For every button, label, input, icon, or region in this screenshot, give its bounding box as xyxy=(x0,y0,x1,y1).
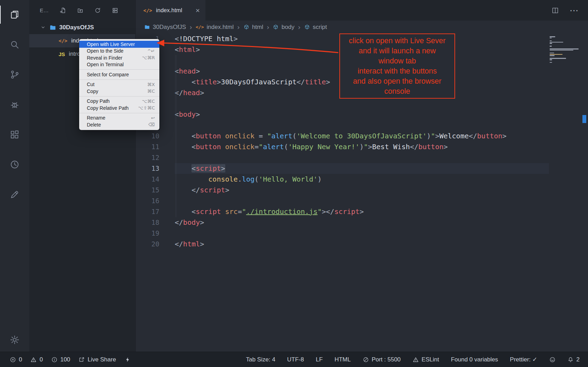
line-text xyxy=(175,228,549,239)
collapse-folders-button[interactable] xyxy=(112,7,119,14)
editor-actions: ⋯ xyxy=(551,0,579,21)
code-line-19[interactable]: 19 xyxy=(136,228,588,239)
menu-separator xyxy=(79,69,159,70)
menu-item-copy-relative-path[interactable]: Copy Relative Path⌥⇧⌘C xyxy=(79,105,159,112)
status-language-mode[interactable]: HTML xyxy=(334,356,350,363)
menu-item-open-to-the-side[interactable]: Open to the Side^↵ xyxy=(79,48,159,55)
cube-icon xyxy=(243,24,249,30)
scrollbar-decoration[interactable] xyxy=(582,115,586,123)
activity-extensions[interactable] xyxy=(0,125,29,144)
line-text: <button onclick="alert('Happy New Year!'… xyxy=(175,142,549,152)
status-warnings[interactable]: 0 xyxy=(30,356,43,363)
status-text: Port : 5500 xyxy=(372,356,401,363)
new-file-button[interactable] xyxy=(59,7,66,14)
error-icon xyxy=(10,357,16,363)
menu-item-copy[interactable]: Copy⌘C xyxy=(79,88,159,95)
folder-icon xyxy=(49,24,56,31)
code-line-7[interactable]: 7 xyxy=(136,98,588,109)
code-line-14[interactable]: 14 console.log('Hello, World') xyxy=(136,174,588,185)
status-bolt[interactable] xyxy=(125,357,131,363)
menu-item-open-in-terminal[interactable]: Open in Terminal xyxy=(79,61,159,68)
line-number: 14 xyxy=(136,174,159,185)
status-info[interactable]: 100 xyxy=(51,356,70,363)
tab-index-html[interactable]: </> index.html × xyxy=(136,0,205,21)
code-line-17[interactable]: 17 <script src="./introduction.js"></scr… xyxy=(136,206,588,217)
menu-item-label: Reveal in Finder xyxy=(87,55,122,61)
code-line-8[interactable]: 8<body> xyxy=(136,109,588,120)
code-line-15[interactable]: 15 </script> xyxy=(136,185,588,196)
status-smiley[interactable] xyxy=(549,357,556,363)
menu-item-select-for-compare[interactable]: Select for Compare xyxy=(79,71,159,78)
new-folder-button[interactable] xyxy=(77,7,84,14)
breadcrumb-item-html[interactable]: html xyxy=(243,24,263,31)
status-eslint[interactable]: ESLint xyxy=(413,356,439,363)
status-text: UTF-8 xyxy=(287,356,304,363)
line-text xyxy=(175,196,549,206)
refresh-explorer-button[interactable] xyxy=(94,7,101,14)
status-live-share[interactable]: Live Share xyxy=(78,356,116,363)
folder-icon xyxy=(144,24,150,30)
status-notifications[interactable]: 2 xyxy=(567,356,580,363)
activity-run-debug[interactable] xyxy=(0,95,29,114)
menu-item-label: Open to the Side xyxy=(87,48,123,54)
activity-explorer[interactable] xyxy=(0,6,29,24)
code-line-12[interactable]: 12 xyxy=(136,152,588,163)
breadcrumb-item-body[interactable]: body xyxy=(273,24,294,31)
code-line-18[interactable]: 18</body> xyxy=(136,217,588,228)
annotation-line: interact with the buttons xyxy=(340,66,454,76)
clock-icon xyxy=(9,159,20,170)
explorer-actions xyxy=(59,7,119,14)
breadcrumb-item-index-html[interactable]: </>index.html xyxy=(196,24,234,31)
minimap-line xyxy=(550,48,579,49)
menu-item-shortcut: ⌥⌘R xyxy=(142,55,155,60)
more-actions-icon[interactable]: ⋯ xyxy=(570,5,579,16)
menu-item-label: Cut xyxy=(87,82,95,87)
minimap-line xyxy=(550,40,552,41)
status-eol[interactable]: LF xyxy=(316,356,323,363)
minimap-line xyxy=(550,42,563,43)
menu-item-reveal-in-finder[interactable]: Reveal in Finder⌥⌘R xyxy=(79,54,159,61)
status-encoding[interactable]: UTF-8 xyxy=(287,356,304,363)
minimap-line xyxy=(550,59,552,60)
status-bar: 00100Live Share Tab Size: 4UTF-8LFHTMLPo… xyxy=(0,352,588,367)
breadcrumb-item-30daysofjs[interactable]: 30DaysOfJS xyxy=(144,24,186,31)
menu-item-shortcut: ⌥⇧⌘C xyxy=(138,105,155,110)
status-variables[interactable]: Found 0 variables xyxy=(451,356,498,363)
activity-search[interactable] xyxy=(0,36,29,54)
menu-item-shortcut: ⌫ xyxy=(149,122,155,127)
menu-item-label: Copy Path xyxy=(87,98,110,104)
code-line-20[interactable]: 20</html> xyxy=(136,239,588,250)
code-line-11[interactable]: 11 <button onclick="alert('Happy New Yea… xyxy=(136,142,588,152)
html-file-icon: </> xyxy=(143,8,152,13)
status-text: ESLint xyxy=(422,356,439,363)
menu-item-copy-path[interactable]: Copy Path⌥⌘C xyxy=(79,98,159,105)
status-tab-size[interactable]: Tab Size: 4 xyxy=(246,356,275,363)
activity-feedback[interactable] xyxy=(0,185,29,204)
close-tab-icon[interactable]: × xyxy=(196,7,200,14)
activity-source-control[interactable] xyxy=(0,66,29,84)
menu-item-cut[interactable]: Cut⌘X xyxy=(79,81,159,88)
code-line-10[interactable]: 10 <button onclick = "alert('Welcome to … xyxy=(136,131,588,142)
status-port[interactable]: Port : 5500 xyxy=(363,356,401,363)
breadcrumb: 30DaysOfJS›</>index.html›html›body›scrip… xyxy=(136,21,588,33)
code-line-16[interactable]: 16 xyxy=(136,196,588,206)
line-text: <button onclick = "alert('Welcome to 30D… xyxy=(175,131,549,142)
breadcrumb-item-script[interactable]: script xyxy=(304,24,327,31)
minimap[interactable] xyxy=(550,36,583,64)
line-text: </script> xyxy=(175,185,549,196)
activity-settings[interactable] xyxy=(0,331,29,349)
activity-history[interactable] xyxy=(0,155,29,174)
status-prettier[interactable]: Prettier: ✓ xyxy=(510,356,537,363)
menu-item-open-with-live-server[interactable]: Open with Live Server xyxy=(79,41,159,48)
code-line-9[interactable]: 9 xyxy=(136,120,588,131)
activity-bar-bottom xyxy=(0,331,29,349)
menu-item-delete[interactable]: Delete⌫ xyxy=(79,121,159,128)
menu-separator xyxy=(79,96,159,97)
breadcrumb-separator: › xyxy=(237,23,240,31)
code-line-13[interactable]: 13 <script> xyxy=(136,163,588,174)
folder-row-30daysofjs[interactable]: 30DaysOfJS xyxy=(29,21,135,34)
menu-separator xyxy=(79,79,159,80)
status-errors[interactable]: 0 xyxy=(10,356,22,363)
menu-item-rename[interactable]: Rename↩ xyxy=(79,115,159,122)
split-editor-icon[interactable] xyxy=(551,7,559,14)
